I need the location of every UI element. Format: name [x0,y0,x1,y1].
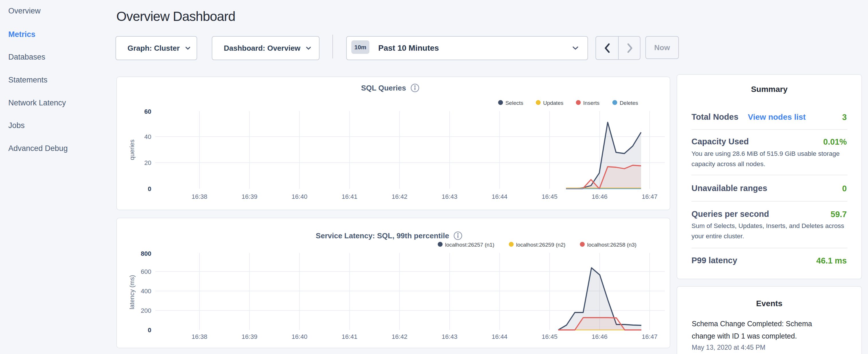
svg-text:queries: queries [128,139,135,160]
svg-text:localhost:26259 (n2): localhost:26259 (n2) [516,242,565,248]
svg-text:200: 200 [141,307,151,314]
svg-text:16:46: 16:46 [592,333,608,340]
svg-text:16:39: 16:39 [242,193,257,200]
svg-text:Selects: Selects [505,100,523,106]
svg-text:0: 0 [148,326,151,334]
svg-text:16:46: 16:46 [592,193,608,200]
svg-text:0: 0 [148,185,151,192]
svg-text:16:41: 16:41 [342,193,358,200]
svg-text:Service Latency: SQL, 99th per: Service Latency: SQL, 99th percentile [316,231,449,240]
svg-text:16:44: 16:44 [492,193,507,200]
svg-text:16:39: 16:39 [242,333,257,340]
svg-text:16:43: 16:43 [442,333,457,340]
svg-text:40: 40 [145,133,151,140]
svg-text:800: 800 [141,250,151,257]
svg-text:60: 60 [145,108,151,115]
svg-text:Deletes: Deletes [620,100,638,106]
svg-text:16:41: 16:41 [342,333,358,340]
svg-text:16:38: 16:38 [191,333,207,340]
svg-text:16:47: 16:47 [642,333,657,340]
svg-text:16:45: 16:45 [541,333,557,340]
svg-text:20: 20 [145,159,151,166]
svg-text:16:44: 16:44 [492,333,507,340]
svg-text:localhost:26257 (n1): localhost:26257 (n1) [445,242,494,248]
svg-text:16:47: 16:47 [642,193,657,200]
svg-text:Updates: Updates [543,100,563,106]
svg-text:16:43: 16:43 [442,193,457,200]
svg-text:600: 600 [141,268,151,275]
svg-text:localhost:26258 (n3): localhost:26258 (n3) [587,242,637,248]
svg-text:16:45: 16:45 [541,193,557,200]
svg-text:400: 400 [141,288,151,295]
svg-text:latency (ms): latency (ms) [128,275,135,309]
svg-text:16:42: 16:42 [392,333,407,340]
svg-text:16:38: 16:38 [191,193,207,200]
svg-text:16:42: 16:42 [392,193,407,200]
svg-text:SQL Queries: SQL Queries [361,84,406,92]
svg-text:16:40: 16:40 [292,333,308,340]
svg-text:16:40: 16:40 [292,193,308,200]
svg-text:Inserts: Inserts [583,100,599,106]
